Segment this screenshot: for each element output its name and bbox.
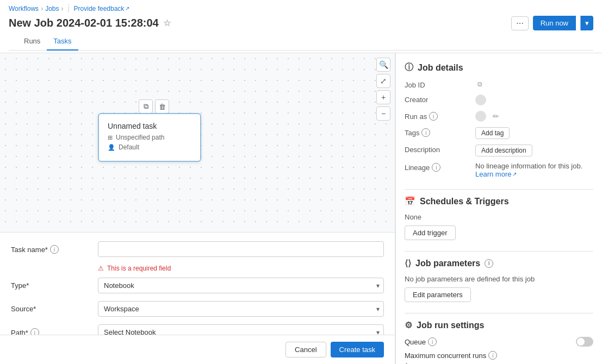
lineage-info-icon: i	[432, 163, 440, 172]
task-form: Task name* i ⚠ This is a required field …	[0, 233, 395, 335]
breadcrumb-workflows[interactable]: Workflows	[9, 5, 39, 12]
job-params-info-icon: i	[485, 259, 493, 268]
run-as-value: ✏	[475, 111, 593, 122]
path-row: Path* i Select Notebook ▾	[11, 324, 384, 335]
path-control: Select Notebook ▾	[98, 324, 384, 335]
job-id-value: ⧉	[475, 80, 593, 88]
task-name-input[interactable]	[98, 241, 384, 257]
error-icon: ⚠	[98, 265, 104, 272]
cancel-button[interactable]: Cancel	[286, 342, 326, 357]
right-panel: ⓘ Job details Job ID ⧉ Creator Run as	[395, 53, 602, 364]
run-as-info-icon: i	[429, 112, 438, 121]
canvas-controls: 🔍 ⤢ + −	[376, 58, 390, 121]
task-name-label: Task name* i	[11, 241, 98, 254]
breadcrumb: Workflows › Jobs › | Provide feedback ↗	[9, 4, 593, 12]
tab-runs[interactable]: Runs	[17, 33, 47, 51]
task-name-info-icon: i	[50, 245, 59, 254]
task-card-path: ⊞ Unspecified path	[108, 134, 191, 141]
more-options-button[interactable]: ⋯	[511, 16, 529, 30]
creator-field: Creator	[405, 95, 593, 105]
task-canvas: ⧉ 🗑 Unnamed task ⊞ Unspecified path 👤 De…	[0, 53, 395, 233]
canvas-zoom-in-button[interactable]: +	[376, 90, 390, 104]
job-id-label: Job ID	[405, 80, 475, 89]
lineage-label: Lineage i	[405, 162, 475, 172]
job-id-field: Job ID ⧉	[405, 80, 593, 89]
canvas-area: ⧉ 🗑 Unnamed task ⊞ Unspecified path 👤 De…	[0, 53, 395, 364]
canvas-fit-button[interactable]: ⤢	[376, 74, 390, 88]
breadcrumb-sep1: ›	[41, 5, 43, 12]
schedules-title: 📅 Schedules & Triggers	[405, 196, 593, 206]
source-control: Workspace ▾	[98, 301, 384, 317]
schedules-section: 📅 Schedules & Triggers None Add trigger	[405, 196, 593, 240]
run-now-caret-button[interactable]: ▾	[580, 16, 593, 30]
path-icon: ⊞	[108, 134, 113, 141]
description-field: Description Add description	[405, 145, 593, 156]
type-label: Type*	[11, 278, 98, 290]
creator-avatar	[475, 95, 486, 105]
learn-more-link[interactable]: Learn more ↗	[475, 170, 593, 178]
task-name-control	[98, 241, 384, 257]
queue-info-icon: i	[428, 337, 437, 346]
add-trigger-button[interactable]: Add trigger	[405, 225, 456, 240]
job-details-title: ⓘ Job details	[405, 62, 593, 73]
job-title: New Job 2024-02-01 15:28:04 ☆	[9, 17, 171, 29]
lineage-field: Lineage i No lineage information for thi…	[405, 162, 593, 178]
job-details-section: ⓘ Job details Job ID ⧉ Creator Run as	[405, 62, 593, 178]
path-info-icon: i	[30, 328, 39, 335]
type-control: Notebook ▾	[98, 278, 384, 293]
edit-parameters-button[interactable]: Edit parameters	[405, 287, 471, 302]
breadcrumb-jobs[interactable]: Jobs	[45, 5, 59, 12]
path-select[interactable]: Select Notebook	[98, 324, 384, 335]
run-as-field: Run as i ✏	[405, 111, 593, 122]
form-footer: Cancel Create task	[0, 335, 395, 364]
tags-info-icon: i	[421, 128, 430, 137]
job-details-icon: ⓘ	[405, 62, 413, 73]
type-select[interactable]: Notebook	[98, 278, 384, 293]
lineage-value: No lineage information for this job. Lea…	[475, 162, 593, 178]
create-task-button[interactable]: Create task	[331, 342, 384, 357]
task-card-compute: 👤 Default	[108, 143, 191, 151]
canvas-zoom-out-button[interactable]: −	[376, 106, 390, 121]
run-as-avatar	[475, 111, 486, 122]
breadcrumb-sep2: ›	[61, 5, 63, 12]
main-layout: ⧉ 🗑 Unnamed task ⊞ Unspecified path 👤 De…	[0, 53, 602, 364]
queue-toggle[interactable]	[576, 337, 593, 347]
star-icon[interactable]: ☆	[163, 18, 171, 28]
top-actions: ⋯ Run now ▾	[511, 16, 593, 30]
divider-2	[405, 251, 593, 252]
breadcrumb-divider: |	[67, 4, 69, 12]
tab-tasks[interactable]: Tasks	[47, 33, 78, 51]
lineage-text: No lineage information for this job.	[475, 162, 593, 170]
description-value: Add description	[475, 145, 593, 156]
canvas-search-button[interactable]: 🔍	[376, 58, 390, 72]
code-icon: ⟨⟩	[405, 258, 411, 268]
compute-icon: 👤	[108, 144, 115, 151]
add-description-button[interactable]: Add description	[475, 145, 532, 156]
description-label: Description	[405, 145, 475, 154]
source-select[interactable]: Workspace	[98, 301, 384, 317]
task-copy-button[interactable]: ⧉	[139, 99, 153, 114]
type-row: Type* Notebook ▾	[11, 278, 384, 293]
max-concurrent-value: 1	[405, 362, 593, 364]
job-id-copy-button[interactable]: ⧉	[477, 80, 482, 88]
breadcrumb-feedback[interactable]: Provide feedback ↗	[74, 5, 130, 12]
task-card[interactable]: Unnamed task ⊞ Unspecified path 👤 Defaul…	[98, 113, 201, 162]
creator-value	[475, 95, 593, 105]
job-params-title: ⟨⟩ Job parameters i	[405, 258, 593, 268]
tags-value: Add tag	[475, 127, 593, 139]
tabs-row: Runs Tasks	[9, 33, 593, 51]
queue-row: Queue i	[405, 337, 593, 347]
tags-field: Tags i Add tag	[405, 127, 593, 139]
add-tag-button[interactable]: Add tag	[475, 127, 510, 139]
task-delete-button[interactable]: 🗑	[155, 99, 169, 114]
job-run-section: ⚙ Job run settings Queue i Maximum concu…	[405, 320, 593, 364]
divider-1	[405, 189, 593, 190]
max-concurrent-label: Maximum concurrent runs i	[405, 351, 593, 360]
task-name-row: Task name* i	[11, 241, 384, 257]
run-as-edit-button[interactable]: ✏	[493, 112, 499, 121]
task-card-actions: ⧉ 🗑	[139, 99, 169, 114]
task-name-error: ⚠ This is a required field	[98, 265, 384, 272]
run-now-button[interactable]: Run now	[533, 16, 576, 30]
settings-icon: ⚙	[405, 320, 412, 330]
title-row: New Job 2024-02-01 15:28:04 ☆ ⋯ Run now …	[9, 16, 593, 30]
